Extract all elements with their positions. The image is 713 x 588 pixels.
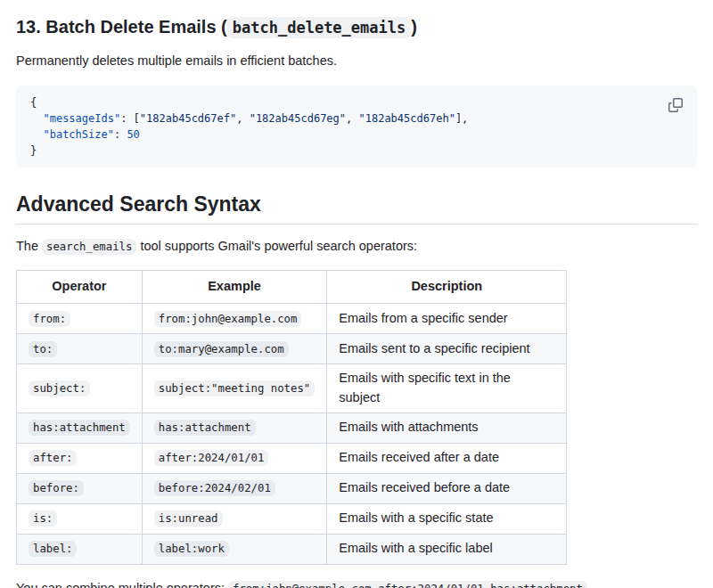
operator-cell: from: bbox=[17, 304, 143, 334]
table-row: has:attachmenthas:attachmentEmails with … bbox=[17, 412, 567, 443]
operator-cell: has:attachment bbox=[17, 412, 143, 443]
operator-cell: label: bbox=[17, 534, 143, 564]
json-code-block: { "messageIds": ["182ab45cd67ef", "182ab… bbox=[16, 86, 697, 167]
search-intro-suffix: tool supports Gmail's powerful search op… bbox=[136, 239, 417, 253]
operator-cell: subject: bbox=[17, 364, 143, 413]
description-cell: Emails received before a date bbox=[327, 473, 567, 503]
code-token-string: "182ab45cd67eh" bbox=[359, 112, 455, 125]
code-token-string: "182ab45cd67ef" bbox=[140, 112, 236, 125]
search-operators-table: Operator Example Description from:from:j… bbox=[16, 270, 567, 564]
code-token-key: "batchSize" bbox=[43, 128, 113, 141]
description-cell: Emails with a specific label bbox=[327, 534, 567, 564]
description-cell: Emails with a specific state bbox=[327, 503, 567, 534]
operator-code: is: bbox=[29, 510, 57, 527]
operator-code: has:attachment bbox=[29, 420, 130, 436]
combine-note-text: You can combine multiple operators: bbox=[16, 581, 228, 588]
description-cell: Emails from a specific sender bbox=[327, 304, 567, 334]
table-row: before:before:2024/02/01Emails received … bbox=[17, 473, 567, 503]
example-cell: subject:"meeting notes" bbox=[142, 364, 327, 413]
code-token-plain: , bbox=[346, 112, 358, 125]
operator-code: label: bbox=[29, 541, 77, 557]
example-code: has:attachment bbox=[154, 420, 256, 436]
description-cell: Emails received after a date bbox=[327, 443, 567, 473]
table-body: from:from:john@example.comEmails from a … bbox=[17, 304, 567, 565]
batch-delete-heading-text: 13. Batch Delete Emails ( bbox=[16, 17, 227, 37]
code-token-number: 50 bbox=[127, 128, 139, 141]
example-code: before:2024/02/01 bbox=[154, 480, 275, 496]
json-code-content: { "messageIds": ["182ab45cd67ef", "182ab… bbox=[30, 94, 683, 159]
column-header-example: Example bbox=[142, 271, 327, 304]
column-header-operator: Operator bbox=[17, 271, 143, 304]
copy-code-button[interactable] bbox=[663, 93, 688, 118]
operator-cell: to: bbox=[17, 334, 143, 364]
operator-code: to: bbox=[29, 341, 57, 357]
table-header-row: Operator Example Description bbox=[17, 271, 567, 304]
table-row: is:is:unreadEmails with a specific state bbox=[17, 503, 567, 534]
description-cell: Emails with attachments bbox=[327, 412, 567, 443]
combine-operators-note: You can combine multiple operators: from… bbox=[16, 579, 697, 588]
operator-code: subject: bbox=[29, 380, 90, 396]
table-header: Operator Example Description bbox=[17, 271, 567, 304]
operator-cell: after: bbox=[17, 443, 143, 473]
description-cell: Emails with specific text in the subject bbox=[327, 364, 567, 413]
batch-delete-heading-code: batch_delete_emails bbox=[227, 17, 411, 38]
table-row: subject:subject:"meeting notes"Emails wi… bbox=[17, 364, 567, 413]
operator-code: after: bbox=[29, 450, 77, 466]
operator-code: from: bbox=[29, 311, 70, 327]
code-token-plain: { bbox=[30, 96, 43, 125]
table-row: after:after:2024/01/01Emails received af… bbox=[17, 443, 567, 473]
example-cell: from:john@example.com bbox=[142, 304, 327, 334]
search-intro-prefix: The bbox=[16, 239, 42, 253]
example-code: after:2024/01/01 bbox=[154, 450, 269, 466]
example-code: to:mary@example.com bbox=[154, 341, 289, 357]
advanced-search-heading: Advanced Search Syntax bbox=[16, 192, 697, 225]
example-cell: after:2024/01/01 bbox=[142, 443, 327, 473]
example-code: subject:"meeting notes" bbox=[154, 380, 316, 396]
code-token-plain: } bbox=[30, 144, 37, 157]
batch-delete-heading-suffix: ) bbox=[411, 17, 417, 37]
readme-document: 13. Batch Delete Emails (batch_delete_em… bbox=[16, 16, 697, 588]
table-row: label:label:workEmails with a specific l… bbox=[17, 534, 567, 564]
code-token-plain: , bbox=[236, 112, 249, 125]
table-row: from:from:john@example.comEmails from a … bbox=[17, 304, 567, 334]
operator-cell: is: bbox=[17, 503, 143, 534]
combine-operators-code: from:john@example.com after:2024/01/01 h… bbox=[228, 581, 587, 588]
example-code: is:unread bbox=[154, 510, 223, 527]
example-code: label:work bbox=[154, 541, 229, 557]
copy-icon bbox=[668, 98, 683, 112]
code-token-string: "182ab45cd67eg" bbox=[250, 112, 346, 125]
example-cell: before:2024/02/01 bbox=[142, 473, 327, 503]
description-cell: Emails sent to a specific recipient bbox=[327, 334, 567, 364]
example-cell: to:mary@example.com bbox=[142, 334, 327, 364]
batch-delete-heading: 13. Batch Delete Emails (batch_delete_em… bbox=[16, 16, 697, 38]
code-token-key: "messageIds" bbox=[43, 112, 120, 125]
search-intro: The search_emails tool supports Gmail's … bbox=[16, 237, 697, 257]
example-cell: label:work bbox=[142, 534, 327, 564]
example-cell: is:unread bbox=[142, 503, 327, 534]
operator-code: before: bbox=[29, 480, 84, 496]
operator-cell: before: bbox=[17, 473, 143, 503]
example-cell: has:attachment bbox=[142, 412, 327, 443]
batch-delete-description: Permanently deletes multiple emails in e… bbox=[16, 52, 697, 71]
code-token-plain: : bbox=[114, 128, 127, 141]
example-code: from:john@example.com bbox=[154, 311, 302, 327]
table-row: to:to:mary@example.comEmails sent to a s… bbox=[17, 334, 567, 364]
column-header-description: Description bbox=[327, 271, 567, 304]
code-token-plain: : [ bbox=[120, 112, 140, 125]
search-emails-code: search_emails bbox=[42, 239, 136, 255]
